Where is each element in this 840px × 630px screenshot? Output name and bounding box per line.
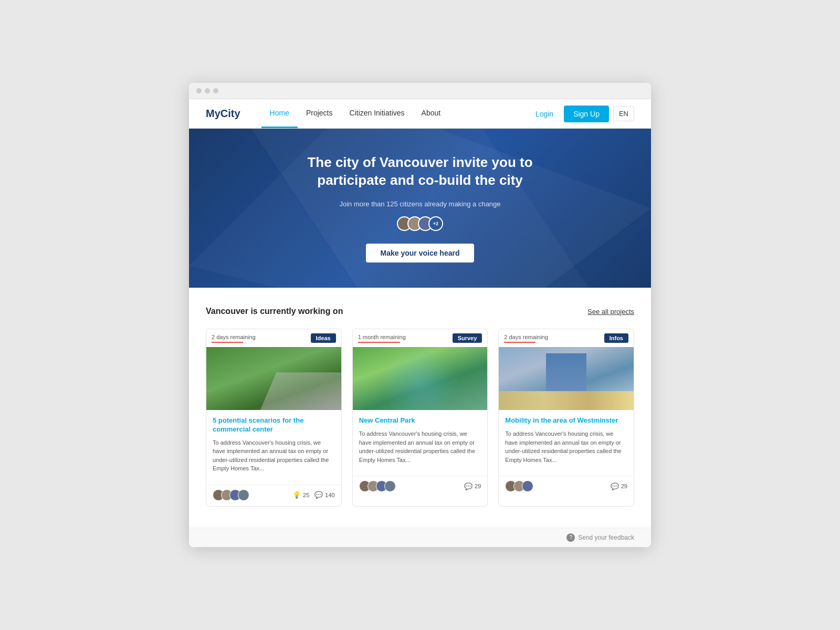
nav-links: Home Projects Citizen Initiatives About [261, 99, 529, 128]
card-2-footer: 💬 29 [353, 476, 488, 497]
card-2-top: 1 month remaining Survey [353, 329, 488, 347]
project-card-3: 2 days remaining Infos Mobility in the a… [498, 329, 634, 507]
project-card-2: 1 month remaining Survey New Central Par… [352, 329, 488, 507]
navbar: MyCity Home Projects Citizen Initiatives… [189, 99, 651, 129]
card-1-footer: 💡 25 💬 140 [206, 485, 341, 506]
signup-button[interactable]: Sign Up [564, 106, 609, 122]
cards-grid: 2 days remaining Ideas 5 potential scena… [206, 329, 634, 507]
cta-button[interactable]: Make your voice heard [366, 244, 475, 262]
card-3-footer: 💬 29 [499, 476, 634, 497]
projects-section: Vancouver is currently working on See al… [189, 288, 651, 528]
card-3-title[interactable]: Mobility in the area of Westminster [505, 416, 627, 425]
card-3-avatar-3 [522, 480, 533, 492]
avatar-count: +2 [428, 216, 443, 231]
hero-avatars: +2 [397, 216, 443, 231]
card-3-stats: 💬 29 [611, 482, 627, 490]
card-1-stat-chat: 💬 140 [314, 491, 334, 499]
browser-chrome [189, 83, 651, 99]
card-1-timer: 2 days remaining [212, 334, 256, 343]
card-2-badge: Survey [453, 333, 482, 343]
card-3-avatars [505, 480, 533, 492]
card-1-desc: To address Vancouver's housing crisis, w… [213, 438, 335, 473]
card-1-top: 2 days remaining Ideas [206, 329, 341, 347]
hero-section: The city of Vancouver invite you to part… [189, 129, 651, 288]
chat-icon: 💬 [314, 491, 323, 499]
browser-dot-red [196, 88, 202, 93]
feedback-text[interactable]: Send your feedback [578, 534, 634, 541]
card-1-avatars [213, 489, 249, 501]
nav-projects[interactable]: Projects [298, 99, 341, 128]
browser-window: MyCity Home Projects Citizen Initiatives… [189, 83, 651, 547]
card-3-timer: 2 days remaining [504, 334, 548, 343]
card-1-avatar-4 [238, 489, 249, 501]
feedback-icon: ? [566, 533, 575, 542]
card-1-stat-bulb-count: 25 [303, 492, 309, 498]
section-header: Vancouver is currently working on See al… [206, 307, 634, 316]
card-2-avatar-4 [384, 480, 396, 492]
card-2-image [353, 347, 488, 410]
bulb-icon: 💡 [292, 491, 301, 499]
card-1-image [206, 347, 341, 410]
section-title: Vancouver is currently working on [206, 307, 343, 316]
chat-icon-3: 💬 [611, 482, 619, 490]
card-1-body: 5 potential scenarios for the commercial… [206, 410, 341, 479]
see-all-link[interactable]: See all projects [587, 308, 634, 316]
card-3-image [499, 347, 634, 410]
card-1-title[interactable]: 5 potential scenarios for the commercial… [213, 416, 335, 434]
card-3-stat-count: 29 [621, 483, 627, 489]
browser-dot-yellow [205, 88, 210, 93]
language-button[interactable]: EN [613, 106, 634, 121]
card-3-desc: To address Vancouver's housing crisis, w… [505, 429, 627, 464]
logo[interactable]: MyCity [206, 108, 240, 120]
hero-subtitle: Join more than 125 citizens already maki… [339, 199, 500, 209]
hero-title: The city of Vancouver invite you to part… [289, 154, 551, 190]
card-1-stat-chat-count: 140 [325, 492, 334, 498]
card-2-stat-chat: 💬 29 [464, 482, 481, 490]
card-1-stat-bulb: 💡 25 [292, 491, 309, 499]
card-2-title[interactable]: New Central Park [359, 416, 481, 425]
card-1-badge: Ideas [311, 333, 336, 343]
card-2-desc: To address Vancouver's housing crisis, w… [359, 429, 481, 464]
browser-dot-green [213, 88, 218, 93]
nav-about[interactable]: About [413, 99, 449, 128]
card-2-timer: 1 month remaining [358, 334, 406, 343]
card-2-avatars [359, 480, 396, 492]
chat-icon-2: 💬 [464, 482, 472, 490]
card-1-stats: 💡 25 💬 140 [292, 491, 335, 499]
card-2-body: New Central Park To address Vancouver's … [353, 410, 488, 470]
nav-home[interactable]: Home [261, 99, 298, 128]
nav-citizen-initiatives[interactable]: Citizen Initiatives [341, 99, 413, 128]
card-3-body: Mobility in the area of Westminster To a… [499, 410, 634, 470]
nav-right: Login Sign Up EN [529, 106, 634, 122]
card-2-stat-count: 29 [475, 483, 481, 489]
card-3-top: 2 days remaining Infos [499, 329, 634, 347]
login-button[interactable]: Login [529, 107, 560, 121]
card-3-stat-chat: 💬 29 [611, 482, 627, 490]
project-card-1: 2 days remaining Ideas 5 potential scena… [206, 329, 342, 507]
feedback-bar: ? Send your feedback [189, 528, 651, 547]
card-3-badge: Infos [604, 333, 628, 343]
card-2-stats: 💬 29 [464, 482, 481, 490]
